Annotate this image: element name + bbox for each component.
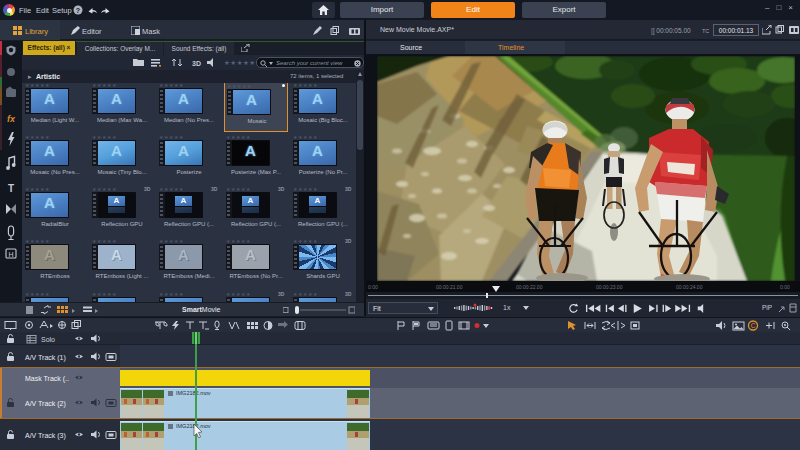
svg-text:A/V Track (3): A/V Track (3) bbox=[25, 432, 66, 440]
svg-text:?: ? bbox=[76, 7, 80, 14]
svg-text:3D: 3D bbox=[192, 60, 201, 67]
svg-text:fx: fx bbox=[7, 114, 16, 124]
svg-text:Solo: Solo bbox=[41, 336, 55, 343]
svg-text:A/V Track (1): A/V Track (1) bbox=[25, 354, 66, 362]
svg-text:H: H bbox=[8, 251, 13, 258]
svg-text:T: T bbox=[8, 183, 14, 194]
svg-text:C: C bbox=[751, 322, 756, 329]
svg-text:A/V Track (2): A/V Track (2) bbox=[25, 400, 66, 408]
svg-text:Mask Track (..: Mask Track (.. bbox=[25, 375, 69, 383]
